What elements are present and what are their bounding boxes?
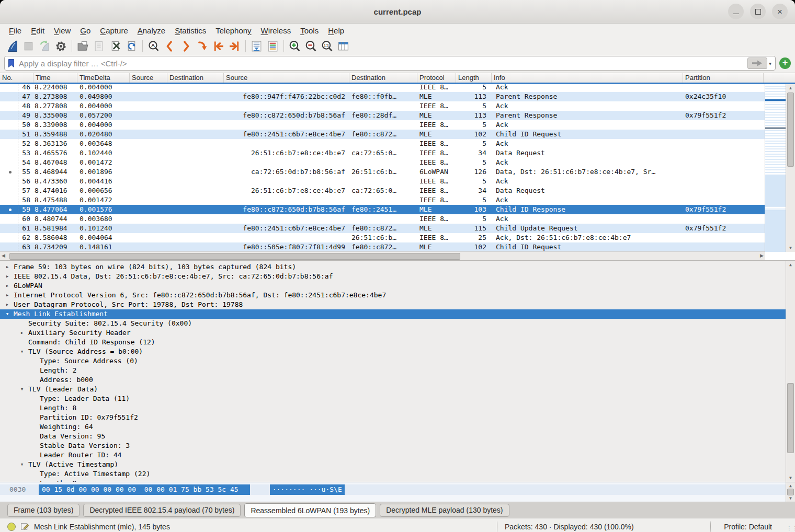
file-close-button[interactable] [107,39,123,53]
packet-row-52[interactable]: 528.3631360.003648IEEE 8…5Ack [0,139,765,148]
capture-start-button[interactable] [4,39,20,53]
packet-row-60[interactable]: 608.4807440.003680IEEE 8…5Ack [0,214,765,224]
go-first-button[interactable] [210,39,226,53]
capture-comment-icon[interactable] [20,522,29,532]
auto-scroll-button[interactable] [248,39,265,53]
menu-file[interactable]: File [4,25,26,36]
detail-row[interactable]: Type: Active Timestamp (22) [0,469,795,479]
status-profile[interactable]: Profile: Default [724,523,772,531]
expander-collapsed-icon[interactable]: ▸ [18,328,26,338]
packet-row-59[interactable]: 598.4770640.001576fe80::c872:650d:b7b8:5… [0,205,765,214]
capture-restart-button[interactable] [37,39,53,53]
detail-row[interactable]: ▸Auxiliary Security Header [0,328,795,338]
expander-expanded-icon[interactable]: ▾ [18,460,26,469]
detail-row[interactable]: Security Suite: 802.15.4 Security (0x00) [0,319,795,328]
detail-row[interactable]: Leader Router ID: 44 [0,450,795,460]
column-header-proto[interactable]: Protocol [417,73,456,83]
packet-row-46[interactable]: 468.2240080.004000IEEE 8…5Ack [0,84,765,92]
detail-row[interactable]: ▸User Datagram Protocol, Src Port: 19788… [0,300,795,309]
packet-row-50[interactable]: 508.3390080.004000IEEE 8…5Ack [0,120,765,130]
menu-capture[interactable]: Capture [95,25,132,36]
hex-bytes-selected[interactable]: 00 15 0d 00 00 00 00 00 00 00 01 75 bb 5… [39,484,250,495]
byte-tab-decrypted-ieee-802-15-4-payload-70-bytes[interactable]: Decrypted IEEE 802.15.4 payload (70 byte… [83,504,241,517]
detail-row[interactable]: Weighting: 64 [0,422,795,432]
byte-tab-decrypted-mle-payload-130-bytes[interactable]: Decrypted MLE payload (130 bytes) [380,504,509,517]
expander-collapsed-icon[interactable]: ▸ [3,272,12,281]
byte-tab-frame-103-bytes[interactable]: Frame (103 bytes) [7,504,80,517]
zoom-in-button[interactable] [287,39,303,53]
colorize-button[interactable] [265,39,281,53]
packet-row-53[interactable]: 538.4655760.10244026:51:c6:b7:e8:ce:4b:e… [0,148,765,158]
packet-row-47[interactable]: 478.2738080.049800fe80::947f:f476:22bc:c… [0,92,765,101]
byte-tab-reassembled-6lowpan-193-bytes[interactable]: Reassembled 6LoWPAN (193 bytes) [244,503,376,517]
display-filter-input[interactable]: Apply a display filter … <Ctrl-/> ▾ [4,56,776,71]
zoom-original-button[interactable]: 1:1 [319,39,335,53]
menu-wireless[interactable]: Wireless [256,25,296,36]
menu-edit[interactable]: Edit [26,25,49,36]
menu-telephony[interactable]: Telephony [211,25,256,36]
bytes-scroll-down-icon[interactable]: ▼ [786,496,795,501]
packet-row-49[interactable]: 498.3350080.057200fe80::c872:650d:b7b8:5… [0,111,765,120]
detail-row[interactable]: Data Version: 95 [0,432,795,441]
capture-options-button[interactable] [53,39,69,53]
expander-collapsed-icon[interactable]: ▸ [3,262,12,272]
vscroll-down-arrow-icon[interactable]: ▼ [786,246,795,250]
go-back-button[interactable] [162,39,178,53]
expander-expanded-icon[interactable]: ▾ [3,309,12,319]
go-to-packet-button[interactable] [194,39,210,53]
detail-row[interactable]: ▾TLV (Leader Data) [0,385,795,394]
column-header-delta[interactable]: TimeDelta [77,73,130,83]
column-header-no[interactable]: No. [0,73,33,83]
hex-ascii-selected[interactable]: ········ ···u·S\E [270,484,345,495]
titlebar[interactable]: current.pcap × [0,0,795,24]
apply-filter-button[interactable] [747,57,767,69]
filter-bookmark-icon[interactable] [7,59,15,68]
go-last-button[interactable] [226,39,243,53]
detail-row[interactable]: ▸Frame 59: 103 bytes on wire (824 bits),… [0,262,795,272]
detail-row[interactable]: Type: Leader Data (11) [0,394,795,403]
column-header-src1[interactable]: Source [130,73,167,83]
intelligent-scrollbar-minimap[interactable] [765,84,786,252]
detail-row[interactable]: Length: 2 [0,366,795,375]
column-header-part[interactable]: Partition [683,73,764,83]
detail-row[interactable]: ▾TLV (Active Timestamp) [0,460,795,469]
resize-columns-button[interactable] [335,39,351,53]
detail-row[interactable]: Length: 8 [0,403,795,413]
detail-row[interactable]: Stable Data Version: 3 [0,441,795,450]
detail-row[interactable]: ▸6LoWPAN [0,281,795,291]
packet-row-56[interactable]: 568.4733600.004416IEEE 8…5Ack [0,177,765,186]
column-header-time[interactable]: Time [33,73,77,83]
vscroll-up-arrow-icon[interactable]: ▲ [786,86,795,90]
packet-row-63[interactable]: 638.7342090.148161fe80::505e:f807:7f81:4… [0,242,765,252]
hscroll-thumb[interactable] [9,253,460,260]
packet-row-58[interactable]: 588.4754880.001472IEEE 8…5Ack [0,195,765,205]
menu-analyze[interactable]: Analyze [133,25,170,36]
menu-view[interactable]: View [49,25,75,36]
menu-statistics[interactable]: Statistics [170,25,211,36]
menu-tools[interactable]: Tools [296,25,323,36]
detail-row[interactable]: ▸Internet Protocol Version 6, Src: fe80:… [0,291,795,300]
column-header-info[interactable]: Info [492,73,683,83]
column-header-dst2[interactable]: Destination [349,73,417,83]
resize-grip[interactable]: ⋮⋮ [787,527,793,532]
menu-help[interactable]: Help [323,25,349,36]
minimize-button[interactable] [728,4,744,19]
detail-row[interactable]: ▾Mesh Link Establishment [0,309,795,319]
expander-collapsed-icon[interactable]: ▸ [3,291,12,300]
find-packet-button[interactable]: A [145,39,162,53]
filter-dropdown-caret[interactable]: ▾ [769,61,771,66]
hscroll-left-arrow-icon[interactable]: ◀ [2,253,5,258]
detail-row[interactable]: Type: Source Address (0) [0,356,795,366]
packet-row-55[interactable]: 558.4689440.001896ca:72:65:0d:b7:b8:56:a… [0,167,765,177]
expander-collapsed-icon[interactable]: ▸ [3,281,12,291]
detail-scroll-down-icon[interactable]: ▼ [786,476,795,480]
packet-list-hscrollbar[interactable]: ◀ ▶ [0,251,765,260]
hex-row[interactable]: 0030 00 15 0d 00 00 00 00 00 00 00 01 75… [0,484,786,495]
hscroll-right-arrow-icon[interactable]: ▶ [760,253,764,258]
detail-row[interactable]: ▾TLV (Source Address = b0:00) [0,347,795,356]
bytes-scroll-thumb[interactable] [787,489,794,495]
packet-list-vscrollbar[interactable]: ▲ ▼ [786,84,795,252]
packet-row-54[interactable]: 548.4670480.001472IEEE 8…5Ack [0,158,765,167]
detail-row[interactable]: Partition ID: 0x79f551f2 [0,413,795,422]
file-open-button[interactable] [75,39,91,53]
